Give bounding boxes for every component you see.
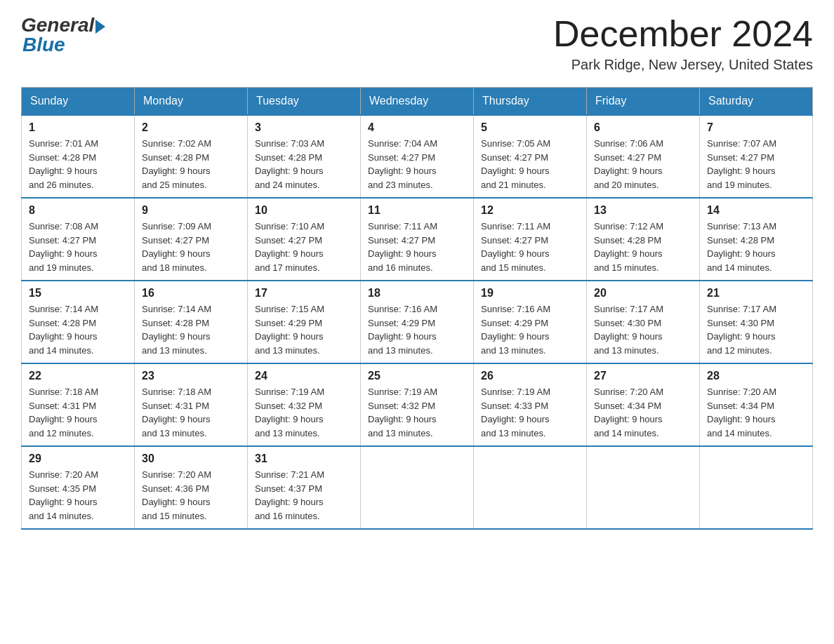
calendar-cell: 3 Sunrise: 7:03 AM Sunset: 4:28 PM Dayli… bbox=[248, 115, 361, 198]
calendar-cell: 4 Sunrise: 7:04 AM Sunset: 4:27 PM Dayli… bbox=[361, 115, 474, 198]
calendar-cell: 28 Sunrise: 7:20 AM Sunset: 4:34 PM Dayl… bbox=[700, 363, 813, 446]
calendar-week-3: 15 Sunrise: 7:14 AM Sunset: 4:28 PM Dayl… bbox=[22, 281, 813, 363]
day-info: Sunrise: 7:20 AM Sunset: 4:35 PM Dayligh… bbox=[29, 468, 127, 523]
calendar-cell: 21 Sunrise: 7:17 AM Sunset: 4:30 PM Dayl… bbox=[700, 281, 813, 363]
calendar-cell: 9 Sunrise: 7:09 AM Sunset: 4:27 PM Dayli… bbox=[135, 198, 248, 281]
col-header-saturday: Saturday bbox=[700, 88, 813, 116]
day-number: 31 bbox=[255, 452, 353, 465]
logo: General Blue bbox=[21, 14, 105, 56]
col-header-tuesday: Tuesday bbox=[248, 88, 361, 116]
day-info: Sunrise: 7:18 AM Sunset: 4:31 PM Dayligh… bbox=[29, 385, 127, 440]
calendar-cell: 18 Sunrise: 7:16 AM Sunset: 4:29 PM Dayl… bbox=[361, 281, 474, 363]
calendar-cell: 1 Sunrise: 7:01 AM Sunset: 4:28 PM Dayli… bbox=[22, 115, 135, 198]
calendar-cell: 13 Sunrise: 7:12 AM Sunset: 4:28 PM Dayl… bbox=[587, 198, 700, 281]
day-info: Sunrise: 7:16 AM Sunset: 4:29 PM Dayligh… bbox=[481, 302, 579, 357]
day-info: Sunrise: 7:15 AM Sunset: 4:29 PM Dayligh… bbox=[255, 302, 353, 357]
day-info: Sunrise: 7:20 AM Sunset: 4:36 PM Dayligh… bbox=[142, 468, 240, 523]
day-info: Sunrise: 7:19 AM Sunset: 4:32 PM Dayligh… bbox=[255, 385, 353, 440]
calendar-cell: 11 Sunrise: 7:11 AM Sunset: 4:27 PM Dayl… bbox=[361, 198, 474, 281]
day-info: Sunrise: 7:11 AM Sunset: 4:27 PM Dayligh… bbox=[481, 220, 579, 274]
day-info: Sunrise: 7:09 AM Sunset: 4:27 PM Dayligh… bbox=[142, 220, 240, 274]
calendar-cell: 17 Sunrise: 7:15 AM Sunset: 4:29 PM Dayl… bbox=[248, 281, 361, 363]
day-info: Sunrise: 7:11 AM Sunset: 4:27 PM Dayligh… bbox=[368, 220, 466, 274]
day-info: Sunrise: 7:19 AM Sunset: 4:33 PM Dayligh… bbox=[481, 385, 579, 440]
calendar-week-1: 1 Sunrise: 7:01 AM Sunset: 4:28 PM Dayli… bbox=[22, 115, 813, 198]
calendar-cell: 31 Sunrise: 7:21 AM Sunset: 4:37 PM Dayl… bbox=[248, 446, 361, 529]
day-number: 7 bbox=[707, 121, 805, 134]
calendar-cell bbox=[361, 446, 474, 529]
logo-arrow-icon bbox=[95, 20, 105, 34]
calendar-cell: 23 Sunrise: 7:18 AM Sunset: 4:31 PM Dayl… bbox=[135, 363, 248, 446]
day-number: 21 bbox=[707, 287, 805, 300]
day-number: 1 bbox=[29, 121, 127, 134]
calendar-cell: 22 Sunrise: 7:18 AM Sunset: 4:31 PM Dayl… bbox=[22, 363, 135, 446]
calendar-cell: 12 Sunrise: 7:11 AM Sunset: 4:27 PM Dayl… bbox=[474, 198, 587, 281]
calendar-cell: 10 Sunrise: 7:10 AM Sunset: 4:27 PM Dayl… bbox=[248, 198, 361, 281]
col-header-thursday: Thursday bbox=[474, 88, 587, 116]
calendar-cell: 16 Sunrise: 7:14 AM Sunset: 4:28 PM Dayl… bbox=[135, 281, 248, 363]
day-info: Sunrise: 7:14 AM Sunset: 4:28 PM Dayligh… bbox=[142, 302, 240, 357]
day-number: 15 bbox=[29, 287, 127, 300]
calendar-cell: 6 Sunrise: 7:06 AM Sunset: 4:27 PM Dayli… bbox=[587, 115, 700, 198]
calendar-cell: 14 Sunrise: 7:13 AM Sunset: 4:28 PM Dayl… bbox=[700, 198, 813, 281]
title-block: December 2024 Park Ridge, New Jersey, Un… bbox=[553, 14, 813, 73]
day-number: 5 bbox=[481, 121, 579, 134]
day-number: 14 bbox=[707, 204, 805, 217]
calendar-week-4: 22 Sunrise: 7:18 AM Sunset: 4:31 PM Dayl… bbox=[22, 363, 813, 446]
day-number: 26 bbox=[481, 370, 579, 382]
day-info: Sunrise: 7:16 AM Sunset: 4:29 PM Dayligh… bbox=[368, 302, 466, 357]
day-info: Sunrise: 7:17 AM Sunset: 4:30 PM Dayligh… bbox=[594, 302, 692, 357]
day-number: 8 bbox=[29, 204, 127, 217]
col-header-sunday: Sunday bbox=[22, 88, 135, 116]
calendar-cell: 19 Sunrise: 7:16 AM Sunset: 4:29 PM Dayl… bbox=[474, 281, 587, 363]
logo-blue-text: Blue bbox=[22, 34, 65, 56]
col-header-wednesday: Wednesday bbox=[361, 88, 474, 116]
day-info: Sunrise: 7:08 AM Sunset: 4:27 PM Dayligh… bbox=[29, 220, 127, 274]
day-info: Sunrise: 7:04 AM Sunset: 4:27 PM Dayligh… bbox=[368, 137, 466, 192]
location-text: Park Ridge, New Jersey, United States bbox=[553, 57, 813, 73]
day-number: 28 bbox=[707, 370, 805, 382]
day-info: Sunrise: 7:19 AM Sunset: 4:32 PM Dayligh… bbox=[368, 385, 466, 440]
calendar-cell: 24 Sunrise: 7:19 AM Sunset: 4:32 PM Dayl… bbox=[248, 363, 361, 446]
calendar-week-5: 29 Sunrise: 7:20 AM Sunset: 4:35 PM Dayl… bbox=[22, 446, 813, 529]
day-info: Sunrise: 7:02 AM Sunset: 4:28 PM Dayligh… bbox=[142, 137, 240, 192]
calendar-cell bbox=[700, 446, 813, 529]
page-header: General Blue December 2024 Park Ridge, N… bbox=[21, 14, 813, 73]
calendar-cell bbox=[587, 446, 700, 529]
day-number: 30 bbox=[142, 452, 240, 465]
day-info: Sunrise: 7:10 AM Sunset: 4:27 PM Dayligh… bbox=[255, 220, 353, 274]
calendar-cell bbox=[474, 446, 587, 529]
day-number: 6 bbox=[594, 121, 692, 134]
calendar-table: SundayMondayTuesdayWednesdayThursdayFrid… bbox=[21, 87, 813, 530]
calendar-header-row: SundayMondayTuesdayWednesdayThursdayFrid… bbox=[22, 88, 813, 116]
day-info: Sunrise: 7:03 AM Sunset: 4:28 PM Dayligh… bbox=[255, 137, 353, 192]
calendar-cell: 8 Sunrise: 7:08 AM Sunset: 4:27 PM Dayli… bbox=[22, 198, 135, 281]
day-info: Sunrise: 7:06 AM Sunset: 4:27 PM Dayligh… bbox=[594, 137, 692, 192]
calendar-cell: 26 Sunrise: 7:19 AM Sunset: 4:33 PM Dayl… bbox=[474, 363, 587, 446]
day-info: Sunrise: 7:05 AM Sunset: 4:27 PM Dayligh… bbox=[481, 137, 579, 192]
day-info: Sunrise: 7:12 AM Sunset: 4:28 PM Dayligh… bbox=[594, 220, 692, 274]
day-number: 4 bbox=[368, 121, 466, 134]
calendar-cell: 2 Sunrise: 7:02 AM Sunset: 4:28 PM Dayli… bbox=[135, 115, 248, 198]
day-info: Sunrise: 7:13 AM Sunset: 4:28 PM Dayligh… bbox=[707, 220, 805, 274]
day-number: 18 bbox=[368, 287, 466, 300]
day-number: 11 bbox=[368, 204, 466, 217]
day-info: Sunrise: 7:21 AM Sunset: 4:37 PM Dayligh… bbox=[255, 468, 353, 523]
calendar-cell: 25 Sunrise: 7:19 AM Sunset: 4:32 PM Dayl… bbox=[361, 363, 474, 446]
day-number: 27 bbox=[594, 370, 692, 382]
day-number: 17 bbox=[255, 287, 353, 300]
day-number: 10 bbox=[255, 204, 353, 217]
day-number: 2 bbox=[142, 121, 240, 134]
day-info: Sunrise: 7:14 AM Sunset: 4:28 PM Dayligh… bbox=[29, 302, 127, 357]
day-number: 3 bbox=[255, 121, 353, 134]
day-number: 12 bbox=[481, 204, 579, 217]
day-number: 25 bbox=[368, 370, 466, 382]
day-number: 24 bbox=[255, 370, 353, 382]
day-number: 22 bbox=[29, 370, 127, 382]
day-number: 29 bbox=[29, 452, 127, 465]
day-number: 19 bbox=[481, 287, 579, 300]
day-number: 16 bbox=[142, 287, 240, 300]
day-number: 20 bbox=[594, 287, 692, 300]
day-number: 13 bbox=[594, 204, 692, 217]
day-info: Sunrise: 7:20 AM Sunset: 4:34 PM Dayligh… bbox=[594, 385, 692, 440]
